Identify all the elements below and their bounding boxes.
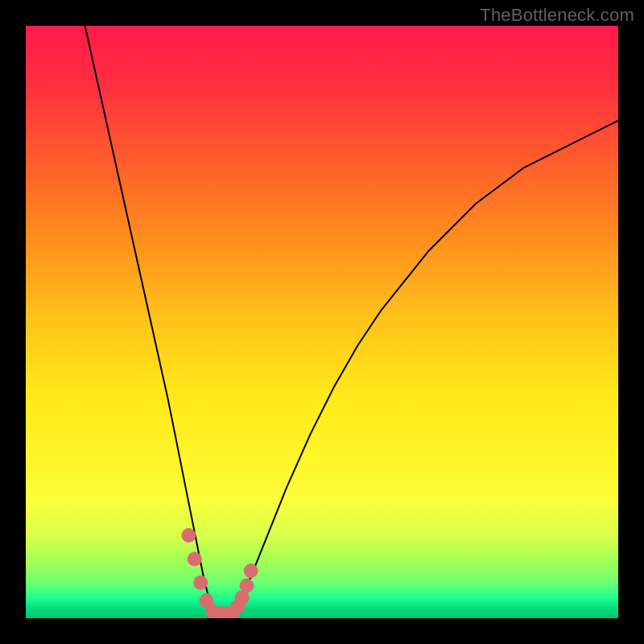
- marker-dot: [182, 528, 196, 542]
- plot-svg: [26, 26, 618, 618]
- watermark-text: TheBottleneck.com: [480, 5, 634, 26]
- marker-dot: [194, 576, 208, 589]
- marker-dot: [240, 579, 254, 592]
- plot-area: [26, 26, 618, 618]
- marker-dot: [188, 552, 201, 566]
- gradient-background: [26, 26, 618, 618]
- chart-frame: TheBottleneck.com: [0, 0, 644, 644]
- marker-dot: [244, 564, 258, 578]
